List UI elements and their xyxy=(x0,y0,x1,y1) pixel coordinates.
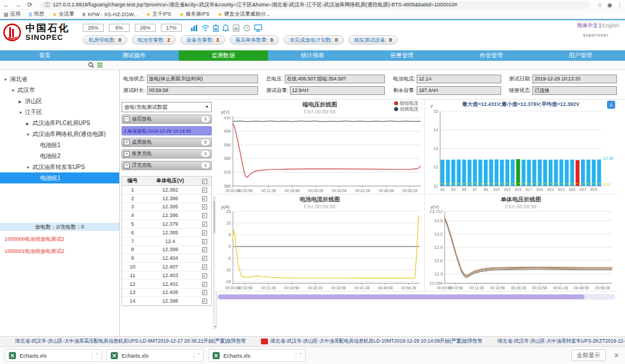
table-row: 12 12.402 ✓ xyxy=(122,280,211,289)
accordion-row[interactable]: 1.核容放电-2019-12-29 10:13:33 xyxy=(122,126,212,135)
expand-toggle-icon[interactable]: + xyxy=(124,163,130,168)
tree-node[interactable]: 电池组2 xyxy=(0,150,119,161)
bookmark-item[interactable]: ★ 主干IPS xyxy=(146,10,171,18)
bookmark-star-icon[interactable]: ☆ xyxy=(597,2,602,8)
accordion-row[interactable]: + 恢复充电 1 xyxy=(122,149,212,159)
bookmark-item[interactable]: K KPW - XS-HZ-ZGW... xyxy=(83,12,138,17)
report-icon[interactable] xyxy=(233,24,240,32)
wifi-icon[interactable] xyxy=(201,24,209,32)
tree-node[interactable]: ▼江干区 xyxy=(0,106,119,117)
lang-en-link[interactable]: English xyxy=(602,23,619,28)
row-checkbox[interactable]: ✓ xyxy=(202,282,207,287)
row-checkbox[interactable]: ✓ xyxy=(202,187,207,193)
hscrollbar-thumb[interactable] xyxy=(218,295,584,299)
tree-arrow-icon[interactable]: ▼ xyxy=(11,85,17,95)
show-all-downloads-button[interactable]: 全部显示 xyxy=(571,350,606,361)
svg-text:12.38: 12.38 xyxy=(603,156,613,160)
expand-toggle-icon[interactable]: − xyxy=(124,116,130,122)
chart-icon[interactable] xyxy=(190,24,198,32)
export-icon[interactable]: ⤓ xyxy=(607,101,615,109)
nav-tab[interactable]: 统计报表 xyxy=(268,50,357,61)
row-checkbox[interactable]: ✓ xyxy=(202,239,207,244)
bookmark-icon: ▦ xyxy=(3,12,9,17)
download-item[interactable]: Echarts.xls ˆ xyxy=(208,349,306,362)
nav-tab[interactable]: 告警管理 xyxy=(357,50,446,61)
list-view-icon[interactable] xyxy=(97,62,103,68)
tree-node[interactable]: ▼武汉市 xyxy=(0,84,119,95)
tree-node[interactable]: 电池组1 xyxy=(0,172,119,183)
language-switch: 简体中文 | English xyxy=(577,22,619,30)
row-checkbox[interactable]: ✓ xyxy=(202,299,207,304)
tree-arrow-icon[interactable]: ▶ xyxy=(26,118,32,128)
svg-text:00:03:58: 00:03:58 xyxy=(448,286,463,290)
expand-toggle-icon[interactable]: + xyxy=(124,139,130,145)
tree-arrow-icon[interactable]: ▶ xyxy=(19,96,25,106)
test-data-dropdown[interactable]: 放电/充电测试数据 ▼ xyxy=(122,102,212,112)
select-all-checkbox[interactable]: ✓ xyxy=(202,179,207,184)
test-link[interactable]: 1000001电池组放电测试2 xyxy=(0,245,119,258)
search-icon[interactable] xyxy=(88,62,94,68)
refresh-icon[interactable] xyxy=(243,24,251,32)
download-item[interactable]: Echarts.xls ˆ xyxy=(5,349,102,362)
accordion-row[interactable]: + 浮充充电 1 xyxy=(122,161,212,170)
accordion-row[interactable]: − 核容放电 1 xyxy=(122,115,212,124)
row-checkbox[interactable]: ✓ xyxy=(202,247,207,252)
bookmark-item[interactable]: ★ 全流量 xyxy=(53,10,75,18)
bookmark-item[interactable]: S 而思 xyxy=(29,10,45,18)
tree-arrow-icon[interactable]: ▼ xyxy=(26,129,32,139)
profile-icon[interactable]: ◉ xyxy=(607,2,612,8)
nav-tab[interactable]: 作业管理 xyxy=(446,50,535,61)
row-checkbox[interactable]: ✓ xyxy=(202,290,207,295)
row-checkbox[interactable]: ✓ xyxy=(202,256,207,261)
horizontal-scrollbar[interactable] xyxy=(217,294,615,300)
row-checkbox[interactable]: ✓ xyxy=(202,230,207,236)
back-icon[interactable]: ← xyxy=(3,1,9,8)
tree-node[interactable]: ▼武汉油库转发车UPS xyxy=(0,161,119,172)
reload-icon[interactable]: ⟳ xyxy=(27,1,32,9)
row-checkbox[interactable]: ✓ xyxy=(202,204,207,209)
tree-arrow-icon[interactable]: ▼ xyxy=(26,162,32,172)
download-caret-icon[interactable]: ˆ xyxy=(296,352,302,358)
battery-icon[interactable] xyxy=(213,24,219,32)
bookmark-item[interactable]: ★ 服务器IPS xyxy=(179,10,210,18)
svg-text:12: 12 xyxy=(433,164,438,170)
bookmark-item[interactable]: ▦ 应用 xyxy=(3,10,21,18)
monitor-icon[interactable] xyxy=(254,24,262,32)
site-info-icon[interactable]: ⓘ xyxy=(45,1,50,9)
nav-tab[interactable]: 监测数据 xyxy=(179,50,268,61)
bookmark-item[interactable]: ★ 硬盘全流量威胁分... xyxy=(218,10,270,18)
tree-node[interactable]: 电池组1 xyxy=(0,139,119,150)
tree-arrow-icon[interactable]: ▼ xyxy=(19,107,25,117)
nav-tab[interactable]: 用户管理 xyxy=(536,50,625,61)
expand-toggle-icon[interactable]: + xyxy=(124,151,130,157)
download-caret-icon[interactable]: ˆ xyxy=(92,352,98,358)
svg-text:00:26:28: 00:26:28 xyxy=(511,286,526,290)
tree-node[interactable]: ▼武汉油库网络机房(通信电源) xyxy=(0,128,119,139)
nav-tab[interactable]: 测试操作 xyxy=(89,50,178,61)
close-downloads-icon[interactable]: ✕ xyxy=(614,352,619,359)
forward-icon[interactable]: → xyxy=(15,1,21,8)
nav-tab[interactable]: 首页 xyxy=(0,50,89,61)
row-checkbox[interactable]: ✓ xyxy=(202,264,207,270)
row-checkbox[interactable]: ✓ xyxy=(202,213,207,218)
test-link[interactable]: 1000006电池组放电测试2 xyxy=(0,233,119,245)
accordion-row[interactable]: + 监测放电 0 xyxy=(122,138,212,147)
tree-node[interactable]: ▶洪山区 xyxy=(0,95,119,106)
row-checkbox[interactable]: ✓ xyxy=(202,273,207,278)
legend-item[interactable]: 在线电压 xyxy=(394,106,418,112)
tree-node[interactable]: ▼湖北省 xyxy=(0,73,119,84)
url-field[interactable]: ⓘ 127.0.0.1:8919/fuguang/charge-test.jsp… xyxy=(40,1,590,9)
row-checkbox[interactable]: ✓ xyxy=(202,196,207,201)
svg-text:-10: -10 xyxy=(225,267,231,273)
download-item[interactable]: Echarts.xls ˆ xyxy=(106,349,204,362)
svg-text:00:41:28: 00:41:28 xyxy=(355,286,370,290)
tree-node[interactable]: ▶武汉油库PLC机房UPS xyxy=(0,117,119,128)
browser-menu-icon[interactable]: ⋮ xyxy=(617,2,623,8)
download-caret-icon[interactable]: ˆ xyxy=(194,352,200,358)
bell-icon[interactable] xyxy=(222,24,229,32)
tree-arrow-icon[interactable]: ▼ xyxy=(3,74,10,84)
svg-text:12.9: 12.9 xyxy=(434,245,443,250)
lang-zh-link[interactable]: 简体中文 xyxy=(577,23,598,28)
row-checkbox[interactable]: ✓ xyxy=(202,222,207,227)
legend-item[interactable]: 组端电压 xyxy=(394,100,418,106)
